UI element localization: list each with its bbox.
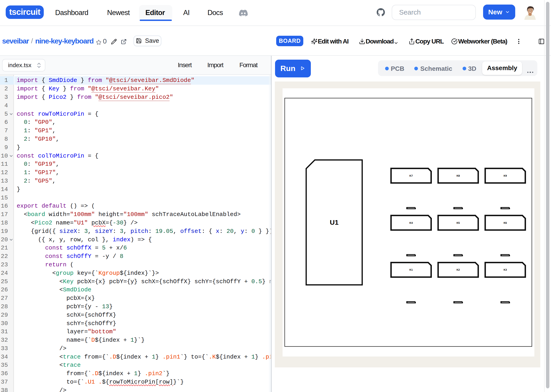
- svg-text:K5: K5: [457, 222, 460, 224]
- svg-text:K9: K9: [504, 174, 507, 177]
- svg-text:K1: K1: [409, 268, 413, 271]
- svg-text:U1: U1: [330, 218, 338, 226]
- svg-text:K6: K6: [504, 222, 507, 224]
- svg-text:K4: K4: [409, 222, 413, 224]
- svg-text:K8: K8: [457, 174, 460, 177]
- svg-text:K7: K7: [409, 174, 413, 177]
- svg-text:K3: K3: [504, 268, 507, 271]
- svg-text:K2: K2: [457, 268, 460, 271]
